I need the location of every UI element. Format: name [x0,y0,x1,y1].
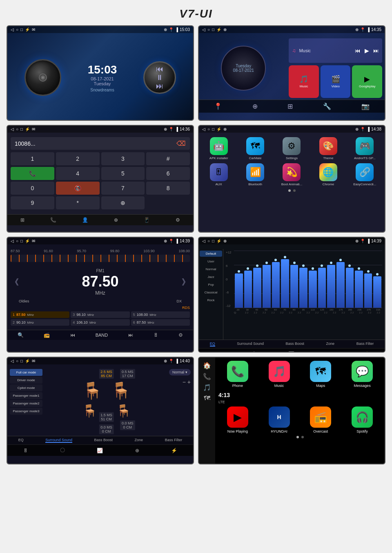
mode-passenger2[interactable]: Passenger mode2 [10,400,42,407]
play-icon[interactable]: ⏸ [156,73,163,82]
surround-nav-icon[interactable]: 〇 [252,351,256,353]
scan-back-icon[interactable]: 《 [11,277,19,288]
nav-location-icon-s2[interactable]: 📍 [214,102,222,110]
key-transfer[interactable]: ⊕ [101,196,145,209]
music-play-icon[interactable]: ▶ [365,47,369,54]
mode-copilot[interactable]: Cpilot mode [10,384,42,391]
bass-nav-s7[interactable]: 📈 [97,448,103,453]
app-androits[interactable]: 🎮 AndroiTS GP... [348,137,381,160]
nav-tools-icon-s2[interactable]: 🔧 [323,102,331,110]
tab-bass-boost[interactable]: Bass Boost [285,342,304,346]
call-button[interactable]: 📞 [11,167,54,180]
mode-full-car[interactable]: Full car mode [10,369,42,376]
nav-bt-s3[interactable]: ⊕ [114,217,118,223]
app-bootanim[interactable]: 💫 Boot Animati... [275,163,308,186]
carplay-maps[interactable]: 🗺 Maps [302,361,340,388]
back-icon-s2[interactable]: ◁ [202,27,205,32]
app-theme[interactable]: 🎨 Theme [312,137,345,160]
prev-icon-s5[interactable]: ⏮ [70,332,75,338]
key-3[interactable]: 3 [101,152,145,165]
carplay-home-icon[interactable]: 🏠 [203,362,211,369]
carplay-hyundai[interactable]: H HYUNDAI [260,406,298,433]
filter-nav-icon[interactable]: ⚡ [363,351,369,353]
tab-surround[interactable]: Surround Sound [237,342,264,346]
band-button[interactable]: BAND [96,333,108,338]
nav-call-s3[interactable]: 📞 [50,217,56,223]
carplay-phone-icon[interactable]: 📞 [203,373,211,380]
nav-grid-s3[interactable]: ⊞ [20,217,24,223]
tab-surround-s7[interactable]: Surround Sound [45,438,72,443]
mode-passenger1[interactable]: Passenger mode1 [10,392,42,399]
nav-settings-s3[interactable]: ⚙ [176,217,180,223]
mode-passenger3[interactable]: Passenger mode3 [10,408,42,415]
preset-rock[interactable]: Rock [200,297,222,303]
preset-default[interactable]: Default [200,251,222,257]
music-app-icon[interactable]: 🎵 Music [289,65,319,98]
tab-eq[interactable]: EQ [210,342,215,346]
minus-icon[interactable]: − [183,379,186,385]
search-icon-s5[interactable]: 🔍 [18,332,24,338]
app-easyconnect[interactable]: 🔗 EasyConnecti... [348,163,381,186]
carplay-music[interactable]: 🎵 Music [260,361,298,388]
key-0[interactable]: 0 [11,182,54,195]
app-carmate[interactable]: 🗺 CarMate [238,137,272,160]
key-1[interactable]: 1 [11,152,54,165]
nav-bt-icon-s2[interactable]: ⊕ [252,102,258,110]
music-next-icon[interactable]: ⏭ [373,47,379,54]
preset-pop[interactable]: Pop [200,282,222,288]
zone-nav-s7[interactable]: ⊕ [135,448,139,453]
next-icon-s5[interactable]: ⏭ [128,332,133,338]
preset-5[interactable]: 5 108.00 MHz [131,311,190,318]
surround-nav-s7[interactable]: 〇 [60,447,65,454]
googleplay-app-icon[interactable]: ▶ Googleplay [352,65,382,98]
tab-bass-boost-s7[interactable]: Bass Boost [94,438,113,443]
tab-zone-s7[interactable]: Zone [135,438,143,443]
tab-eq-s7[interactable]: EQ [18,438,24,443]
mode-driver[interactable]: Driver mode [10,377,42,384]
key-7[interactable]: 7 [101,182,145,195]
nav-tab-s3[interactable]: 📱 [144,217,150,223]
tab-zone[interactable]: Zone [326,342,335,346]
music-prev-icon[interactable]: ⏮ [355,47,361,54]
preset-user[interactable]: User [200,258,222,264]
key-2[interactable]: 2 [56,152,100,165]
bass-nav-icon[interactable]: 📈 [288,351,294,353]
app-settings[interactable]: ⚙ Settings [275,137,308,160]
carplay-spotify[interactable]: 🎧 Spotify [343,406,381,433]
end-call-button[interactable]: 📵 [56,182,100,195]
preset-2[interactable]: 2 90.10 MHz [11,319,69,326]
video-app-icon[interactable]: 🎬 Video [321,65,351,98]
back-icon-s1[interactable]: ◁ [11,27,14,32]
key-star[interactable]: * [56,196,100,209]
filter-nav-s7[interactable]: ⚡ [171,448,177,453]
eq-nav-s7[interactable]: 🎚 [23,448,28,453]
normal-preset-button[interactable]: Normal ▾ [169,369,191,375]
preset-3[interactable]: 3 98.10 MHz [71,311,129,318]
key-8[interactable]: 8 [146,182,190,195]
carplay-messages[interactable]: 💬 Messages [343,361,381,388]
preset-classical[interactable]: Classical [200,289,222,295]
key-4[interactable]: 4 [56,167,100,180]
tab-bass-filter-s7[interactable]: Bass Filter [165,438,183,443]
carplay-overcast[interactable]: 📻 Overcast [302,406,340,433]
key-hash[interactable]: # [146,152,190,165]
key-9[interactable]: 9 [11,196,54,209]
prev-icon[interactable]: ⏮ [156,65,163,73]
preset-6[interactable]: 6 87.50 MHz [131,319,190,326]
preset-normal[interactable]: Normal [200,266,222,272]
app-aux[interactable]: 🎚 AUX [202,163,235,186]
carplay-phone[interactable]: 📞 Phone [218,361,257,388]
carplay-music-icon[interactable]: 🎵 [203,384,211,391]
carplay-map-icon[interactable]: 🗺 [204,395,210,402]
eq-nav-icon[interactable]: 🎚 [215,351,220,353]
key-5[interactable]: 5 [101,167,145,180]
music-bar-s2[interactable]: ♫ Music ⏮ ▶ ⏭ [289,38,382,63]
preset-1[interactable]: 1 87.50 MHz [11,311,69,318]
radio-icon-s5[interactable]: 📻 [44,332,50,338]
key-6[interactable]: 6 [146,167,190,180]
nav-contacts-s3[interactable]: 👤 [82,217,88,223]
preset-jazz[interactable]: Jazz [200,274,222,280]
nav-grid-icon-s2[interactable]: ⊞ [287,102,293,110]
settings-icon-s5[interactable]: ⚙ [178,332,183,338]
preset-4[interactable]: 4 106.10 MHz [71,319,129,326]
